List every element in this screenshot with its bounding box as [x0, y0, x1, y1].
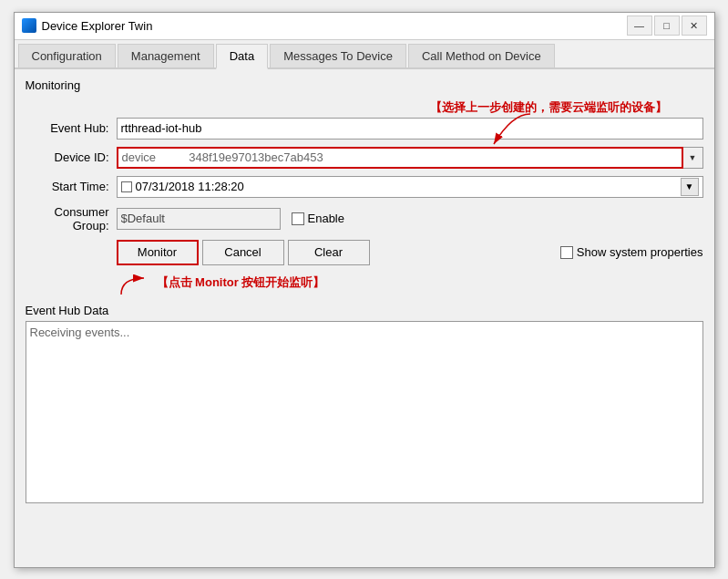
event-hub-data-label: Event Hub Data: [26, 304, 703, 317]
show-props-checkbox[interactable]: [560, 246, 573, 259]
close-button[interactable]: ✕: [682, 16, 707, 36]
top-annotation-container: 【选择上一步创建的，需要云端监听的设备】: [26, 99, 703, 116]
tab-messages-to-device[interactable]: Messages To Device: [270, 44, 406, 67]
main-window: Device Explorer Twin — □ ✕ Configuration…: [14, 12, 715, 568]
cancel-button[interactable]: Cancel: [202, 240, 284, 265]
start-time-wrapper: 07/31/2018 11:28:20 ▼: [117, 176, 703, 198]
start-time-group: Start Time: 07/31/2018 11:28:20 ▼: [26, 176, 703, 198]
event-hub-group: Event Hub:: [26, 118, 703, 140]
event-hub-data-section: Event Hub Data Receiving events...: [26, 304, 703, 506]
monitor-button[interactable]: Monitor: [117, 240, 199, 265]
device-id-label: Device ID:: [26, 150, 117, 164]
event-hub-data-textarea[interactable]: Receiving events...: [26, 321, 703, 503]
top-annotation-text: 【选择上一步创建的，需要云端监听的设备】: [430, 99, 667, 116]
enable-label: Enable: [308, 212, 344, 225]
tab-call-method[interactable]: Call Method on Device: [408, 44, 555, 67]
tab-data[interactable]: Data: [216, 44, 268, 69]
enable-container: Enable: [292, 212, 344, 225]
event-hub-label: Event Hub:: [26, 121, 117, 135]
clear-button[interactable]: Clear: [288, 240, 370, 265]
show-system-properties-container: Show system properties: [560, 245, 703, 259]
start-time-calendar-button[interactable]: ▼: [681, 178, 699, 196]
tab-content: Monitoring 【选择上一步创建的，需要云端监听的设备】 Event Hu…: [15, 69, 714, 567]
title-bar: Device Explorer Twin — □ ✕: [15, 13, 714, 40]
show-props-label: Show system properties: [577, 245, 703, 259]
event-hub-input[interactable]: [117, 118, 703, 140]
window-title: Device Explorer Twin: [42, 19, 153, 33]
device-id-input[interactable]: [117, 147, 683, 169]
start-time-checkbox[interactable]: [121, 181, 132, 192]
start-time-value: 07/31/2018 11:28:20: [136, 180, 244, 193]
maximize-button[interactable]: □: [654, 16, 680, 36]
enable-checkbox[interactable]: [292, 212, 304, 225]
consumer-group-input[interactable]: [117, 208, 281, 230]
consumer-group-row: Consumer Group: Enable: [26, 205, 703, 233]
device-id-dropdown-wrapper: ▼: [117, 147, 703, 169]
minimize-button[interactable]: —: [627, 16, 652, 36]
start-time-label: Start Time:: [26, 180, 117, 193]
consumer-group-label: Consumer Group:: [26, 205, 117, 233]
buttons-row: Monitor Cancel Clear Show system propert…: [26, 240, 703, 265]
bottom-annotation-arrow: [117, 269, 153, 296]
tab-bar: Configuration Management Data Messages T…: [15, 40, 714, 69]
tab-management[interactable]: Management: [118, 44, 214, 67]
bottom-annotation-container: 【点击 Monitor 按钮开始监听】: [26, 269, 703, 296]
tab-configuration[interactable]: Configuration: [18, 44, 116, 67]
device-id-dropdown-arrow[interactable]: ▼: [683, 147, 703, 169]
top-annotation-arrow: [485, 112, 539, 149]
app-icon: [22, 18, 36, 33]
device-id-group: Device ID: ▼: [26, 147, 703, 169]
bottom-annotation-text: 【点击 Monitor 按钮开始监听】: [157, 274, 325, 291]
monitoring-section-label: Monitoring: [26, 78, 703, 92]
